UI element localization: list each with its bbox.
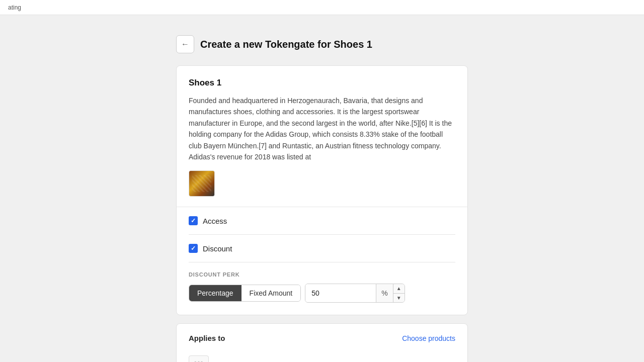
- access-label: Access: [203, 217, 227, 225]
- fixed-amount-tab[interactable]: Fixed Amount: [242, 285, 301, 301]
- discount-value-input-container: % ▲ ▼: [305, 284, 405, 303]
- discount-perk-label: DISCOUNT PERK: [189, 272, 455, 278]
- stepper-up-button[interactable]: ▲: [393, 284, 405, 294]
- product-image-container: [189, 170, 215, 197]
- percent-symbol: %: [376, 284, 392, 302]
- remove-product-button[interactable]: ✕: [441, 358, 455, 362]
- top-bar-text: ating: [8, 4, 21, 11]
- stepper-buttons: ▲ ▼: [393, 284, 405, 302]
- page-header: ← Create a new Tokengate for Shoes 1: [176, 35, 468, 53]
- discount-checkbox-container: ✓ Discount: [189, 244, 232, 253]
- product-card: Shoes 1 Founded and headquartered in Her…: [176, 65, 468, 315]
- discount-checkbox[interactable]: ✓: [189, 244, 198, 253]
- access-checkmark: ✓: [191, 218, 196, 224]
- back-button[interactable]: ←: [176, 35, 194, 53]
- stepper-down-button[interactable]: ▼: [393, 294, 405, 303]
- discount-controls: Percentage Fixed Amount % ▲ ▼: [189, 284, 455, 303]
- applies-to-header: Applies to Choose products: [189, 334, 455, 342]
- access-checkbox-container: ✓ Access: [189, 216, 227, 225]
- applies-to-title: Applies to: [189, 334, 225, 342]
- percentage-tab[interactable]: Percentage: [189, 285, 242, 301]
- discount-perk-section: DISCOUNT PERK Percentage Fixed Amount % …: [189, 262, 455, 303]
- product-description: Founded and headquartered in Herzogenaur…: [189, 95, 455, 162]
- discount-row: ✓ Discount: [189, 235, 455, 262]
- main-content: ← Create a new Tokengate for Shoes 1 Sho…: [0, 15, 644, 362]
- applies-to-card: Applies to Choose products 🖼 Adidas Foru…: [176, 323, 468, 362]
- access-row: ✓ Access: [189, 207, 455, 235]
- page-title: Create a new Tokengate for Shoes 1: [200, 39, 372, 50]
- product-image-placeholder: [189, 171, 214, 196]
- discount-type-toggle: Percentage Fixed Amount: [189, 285, 301, 302]
- discount-value-input[interactable]: [305, 284, 376, 302]
- page-container: ← Create a new Tokengate for Shoes 1 Sho…: [176, 35, 468, 362]
- choose-products-link[interactable]: Choose products: [402, 334, 455, 342]
- product-name: Shoes 1: [189, 78, 455, 88]
- discount-label: Discount: [203, 244, 232, 253]
- discount-checkmark: ✓: [191, 245, 196, 251]
- top-bar: ating: [0, 0, 644, 15]
- access-checkbox[interactable]: ✓: [189, 216, 198, 225]
- product-row: 🖼 Adidas Forum Low ✕: [189, 350, 455, 362]
- product-icon-box: 🖼: [189, 355, 209, 362]
